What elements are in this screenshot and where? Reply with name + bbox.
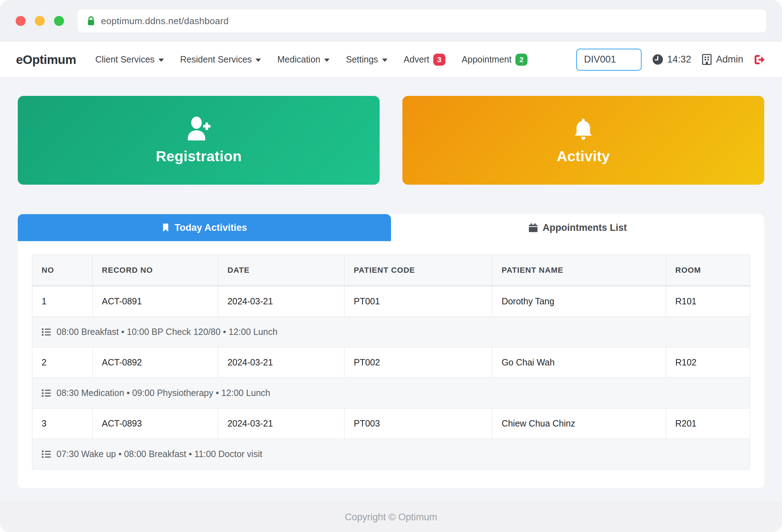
tab-label: Appointments List (543, 222, 627, 233)
menu-label: Appointment (462, 54, 511, 65)
clock-icon (652, 54, 663, 65)
cell-record-no: ACT-0891 (92, 286, 218, 317)
chevron-down-icon (256, 59, 261, 62)
tab-today-activities[interactable]: Today Activities (18, 214, 391, 241)
activity-card-label: Activity (557, 148, 610, 165)
menu-label: Resident Services (180, 54, 252, 65)
navbar: eOptimum Client Services Resident Servic… (0, 42, 782, 77)
time-display: 14:32 (652, 54, 691, 65)
column-header-no: NO (32, 255, 93, 286)
page-footer: Copyright © Optimum (0, 502, 782, 532)
activities-subrow: 07:30 Wake up • 08:00 Breakfast • 11:00 … (32, 439, 750, 469)
browser-chrome: eoptimum.ddns.net/dashboard (0, 0, 782, 42)
nav-right: 14:32 Admin (576, 49, 766, 71)
bookmark-icon (162, 223, 170, 233)
chevron-down-icon (324, 59, 330, 62)
zoom-window-button[interactable] (54, 16, 64, 26)
cell-date: 2024-03-21 (218, 286, 344, 317)
menu-label: Settings (346, 54, 378, 65)
table-header-row: NO RECORD NO DATE PATIENT CODE PATIENT N… (32, 255, 750, 286)
table-row[interactable]: 2 ACT-0892 2024-03-21 PT002 Go Chai Wah … (32, 347, 750, 378)
table-row[interactable]: 1 ACT-0891 2024-03-21 PT001 Dorothy Tang… (32, 286, 750, 317)
list-icon (42, 328, 51, 336)
minimize-window-button[interactable] (35, 16, 45, 26)
cell-room: R201 (666, 408, 750, 439)
cell-record-no: ACT-0893 (92, 408, 218, 439)
column-header-patient-name: PATIENT NAME (492, 255, 666, 286)
url-text: eoptimum.ddns.net/dashboard (101, 16, 229, 27)
list-icon (42, 450, 51, 458)
menu-appointment[interactable]: Appointment 2 (462, 54, 527, 66)
column-header-record-no: RECORD NO (92, 255, 218, 286)
list-icon (42, 389, 51, 397)
activities-panel: Today Activities Appointments List (18, 214, 764, 488)
cell-patient-code: PT002 (344, 347, 492, 378)
menu-label: Medication (277, 54, 320, 65)
menu-client-services[interactable]: Client Services (95, 54, 164, 65)
table-row[interactable]: 3 ACT-0893 2024-03-21 PT003 Chiew Chua C… (32, 408, 750, 439)
lock-icon (87, 16, 95, 26)
advert-count-badge: 3 (433, 54, 445, 66)
cell-patient-name: Go Chai Wah (492, 347, 666, 378)
activities-subrow: 08:30 Medication • 09:00 Physiotherapy •… (32, 378, 750, 408)
cell-no: 2 (32, 347, 93, 378)
panel-tabs: Today Activities Appointments List (18, 214, 764, 241)
cell-no: 1 (32, 286, 93, 317)
menu-advert[interactable]: Advert 3 (404, 54, 445, 66)
menu-label: Advert (404, 54, 429, 65)
column-header-patient-code: PATIENT CODE (344, 255, 492, 286)
chevron-down-icon (382, 59, 387, 62)
cell-patient-name: Dorothy Tang (492, 286, 666, 317)
url-bar[interactable]: eoptimum.ddns.net/dashboard (77, 9, 766, 33)
cell-patient-name: Chiew Chua Chinz (492, 408, 666, 439)
registration-card[interactable]: Registration (18, 96, 380, 185)
cell-patient-code: PT003 (344, 408, 492, 439)
close-window-button[interactable] (16, 16, 26, 26)
tab-appointments-list[interactable]: Appointments List (391, 214, 764, 241)
cell-room: R102 (666, 347, 750, 378)
cell-date: 2024-03-21 (218, 408, 344, 439)
today-activities-table: NO RECORD NO DATE PATIENT CODE PATIENT N… (32, 255, 750, 469)
today-activities-table-wrapper: NO RECORD NO DATE PATIENT CODE PATIENT N… (18, 241, 764, 488)
building-icon (702, 54, 712, 65)
logout-icon[interactable] (754, 54, 766, 65)
cell-date: 2024-03-21 (218, 347, 344, 378)
time-text: 14:32 (667, 54, 691, 65)
main-content: Registration Activity Today Activ (0, 77, 782, 502)
division-input[interactable] (576, 49, 642, 71)
menu-medication[interactable]: Medication (277, 54, 330, 65)
activities-text: 07:30 Wake up • 08:00 Breakfast • 11:00 … (57, 449, 262, 459)
cell-patient-code: PT001 (344, 286, 492, 317)
tab-label: Today Activities (175, 222, 247, 233)
quick-action-cards: Registration Activity (18, 96, 764, 185)
person-plus-icon (184, 116, 213, 142)
column-header-date: DATE (218, 255, 344, 286)
menu-settings[interactable]: Settings (346, 54, 387, 65)
column-header-room: ROOM (666, 255, 750, 286)
calendar-icon (529, 223, 538, 233)
activities-text: 08:30 Medication • 09:00 Physiotherapy •… (57, 388, 270, 398)
admin-label: Admin (716, 54, 743, 65)
appointment-count-badge: 2 (515, 54, 527, 66)
cell-room: R101 (666, 286, 750, 317)
nav-menu: Client Services Resident Services Medica… (95, 54, 527, 66)
menu-resident-services[interactable]: Resident Services (180, 54, 261, 65)
admin-user[interactable]: Admin (702, 54, 743, 65)
activities-subrow: 08:00 Breakfast • 10:00 BP Check 120/80 … (32, 317, 750, 347)
activity-card[interactable]: Activity (402, 96, 764, 185)
traffic-lights (16, 16, 64, 26)
cell-no: 3 (32, 408, 93, 439)
brand-logo[interactable]: eOptimum (16, 53, 76, 67)
cell-record-no: ACT-0892 (92, 347, 218, 378)
menu-label: Client Services (95, 54, 155, 65)
copyright-text: Copyright © Optimum (345, 512, 437, 523)
registration-card-label: Registration (156, 148, 242, 165)
bell-icon (572, 116, 595, 142)
activities-text: 08:00 Breakfast • 10:00 BP Check 120/80 … (57, 327, 278, 337)
browser-window: eoptimum.ddns.net/dashboard eOptimum Cli… (0, 0, 782, 532)
chevron-down-icon (159, 59, 164, 62)
